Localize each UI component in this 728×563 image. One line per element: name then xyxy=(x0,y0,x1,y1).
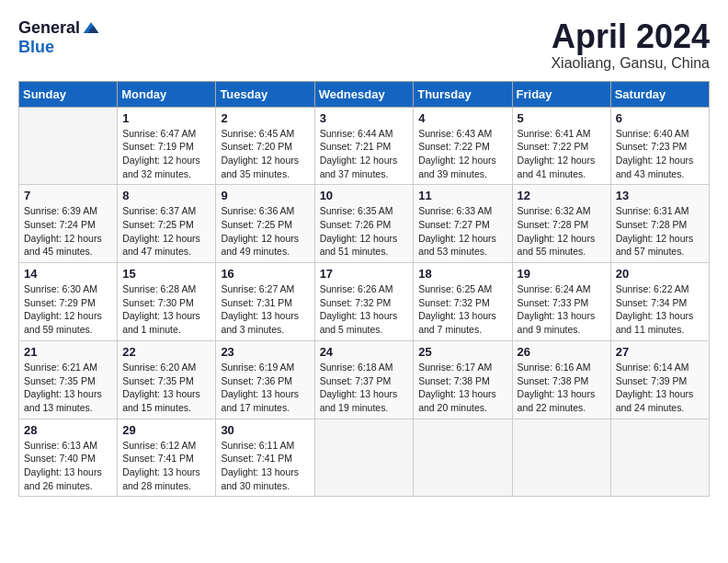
day-number: 2 xyxy=(221,111,309,125)
calendar-cell: 11 Sunrise: 6:33 AMSunset: 7:27 PMDaylig… xyxy=(414,185,512,263)
day-info: Sunrise: 6:25 AMSunset: 7:32 PMDaylight:… xyxy=(418,283,496,335)
day-info: Sunrise: 6:19 AMSunset: 7:36 PMDaylight:… xyxy=(221,362,299,413)
day-info: Sunrise: 6:28 AMSunset: 7:30 PMDaylight:… xyxy=(122,283,200,335)
day-number: 22 xyxy=(122,345,210,359)
calendar-cell: 28 Sunrise: 6:13 AMSunset: 7:40 PMDaylig… xyxy=(19,419,118,497)
day-info: Sunrise: 6:32 AMSunset: 7:28 PMDaylight:… xyxy=(518,205,596,257)
calendar-cell xyxy=(314,419,414,497)
day-number: 24 xyxy=(320,345,409,359)
day-number: 21 xyxy=(24,345,112,359)
week-row-3: 21 Sunrise: 6:21 AMSunset: 7:35 PMDaylig… xyxy=(19,340,710,419)
day-info: Sunrise: 6:12 AMSunset: 7:41 PMDaylight:… xyxy=(122,440,200,491)
week-row-4: 28 Sunrise: 6:13 AMSunset: 7:40 PMDaylig… xyxy=(19,419,710,497)
calendar-cell: 1 Sunrise: 6:47 AMSunset: 7:19 PMDayligh… xyxy=(118,107,216,185)
day-info: Sunrise: 6:44 AMSunset: 7:21 PMDaylight:… xyxy=(320,128,398,179)
day-info: Sunrise: 6:40 AMSunset: 7:23 PMDaylight:… xyxy=(616,128,694,179)
header-wednesday: Wednesday xyxy=(314,81,414,107)
day-number: 6 xyxy=(616,111,704,125)
day-info: Sunrise: 6:39 AMSunset: 7:24 PMDaylight:… xyxy=(24,205,102,257)
calendar-cell: 23 Sunrise: 6:19 AMSunset: 7:36 PMDaylig… xyxy=(216,340,314,419)
day-number: 5 xyxy=(518,111,606,125)
day-info: Sunrise: 6:47 AMSunset: 7:19 PMDaylight:… xyxy=(122,128,200,179)
calendar-cell: 29 Sunrise: 6:12 AMSunset: 7:41 PMDaylig… xyxy=(118,419,216,497)
day-number: 7 xyxy=(24,189,112,202)
day-info: Sunrise: 6:17 AMSunset: 7:38 PMDaylight:… xyxy=(418,362,496,413)
day-number: 18 xyxy=(418,267,506,281)
calendar-cell: 13 Sunrise: 6:31 AMSunset: 7:28 PMDaylig… xyxy=(610,185,709,263)
logo-general-text: General xyxy=(18,18,80,38)
day-number: 23 xyxy=(221,345,309,359)
calendar-cell xyxy=(414,419,512,497)
day-number: 13 xyxy=(616,189,704,202)
calendar-cell: 6 Sunrise: 6:40 AMSunset: 7:23 PMDayligh… xyxy=(610,107,709,185)
logo: General Blue xyxy=(18,18,100,57)
header-thursday: Thursday xyxy=(414,81,512,107)
day-number: 20 xyxy=(616,267,704,281)
calendar-cell: 21 Sunrise: 6:21 AMSunset: 7:35 PMDaylig… xyxy=(19,340,118,419)
calendar-cell: 24 Sunrise: 6:18 AMSunset: 7:37 PMDaylig… xyxy=(314,340,414,419)
calendar-cell: 17 Sunrise: 6:26 AMSunset: 7:32 PMDaylig… xyxy=(314,263,414,341)
title-area: April 2024 Xiaoliang, Gansu, China xyxy=(551,18,710,72)
calendar-cell: 3 Sunrise: 6:44 AMSunset: 7:21 PMDayligh… xyxy=(314,107,414,185)
header-tuesday: Tuesday xyxy=(216,81,314,107)
day-info: Sunrise: 6:43 AMSunset: 7:22 PMDaylight:… xyxy=(418,128,496,179)
day-info: Sunrise: 6:20 AMSunset: 7:35 PMDaylight:… xyxy=(122,362,200,413)
calendar-cell: 27 Sunrise: 6:14 AMSunset: 7:39 PMDaylig… xyxy=(610,340,709,419)
calendar-cell: 2 Sunrise: 6:45 AMSunset: 7:20 PMDayligh… xyxy=(216,107,314,185)
week-row-1: 7 Sunrise: 6:39 AMSunset: 7:24 PMDayligh… xyxy=(19,185,710,263)
day-number: 9 xyxy=(221,189,309,202)
day-info: Sunrise: 6:26 AMSunset: 7:32 PMDaylight:… xyxy=(320,283,398,335)
calendar-cell: 30 Sunrise: 6:11 AMSunset: 7:41 PMDaylig… xyxy=(216,419,314,497)
day-number: 17 xyxy=(320,267,409,281)
calendar-cell: 16 Sunrise: 6:27 AMSunset: 7:31 PMDaylig… xyxy=(216,263,314,341)
week-row-0: 1 Sunrise: 6:47 AMSunset: 7:19 PMDayligh… xyxy=(19,107,710,185)
day-info: Sunrise: 6:21 AMSunset: 7:35 PMDaylight:… xyxy=(24,362,102,413)
calendar-cell: 8 Sunrise: 6:37 AMSunset: 7:25 PMDayligh… xyxy=(118,185,216,263)
calendar-cell: 22 Sunrise: 6:20 AMSunset: 7:35 PMDaylig… xyxy=(118,340,216,419)
day-info: Sunrise: 6:37 AMSunset: 7:25 PMDaylight:… xyxy=(122,205,200,257)
day-number: 15 xyxy=(122,267,210,281)
day-info: Sunrise: 6:30 AMSunset: 7:29 PMDaylight:… xyxy=(24,283,102,335)
location-title: Xiaoliang, Gansu, China xyxy=(551,55,710,72)
calendar-cell: 20 Sunrise: 6:22 AMSunset: 7:34 PMDaylig… xyxy=(610,263,709,341)
day-info: Sunrise: 6:13 AMSunset: 7:40 PMDaylight:… xyxy=(24,440,102,491)
calendar-table: SundayMondayTuesdayWednesdayThursdayFrid… xyxy=(18,81,710,498)
day-number: 26 xyxy=(518,345,606,359)
day-info: Sunrise: 6:31 AMSunset: 7:28 PMDaylight:… xyxy=(616,205,694,257)
calendar-cell: 15 Sunrise: 6:28 AMSunset: 7:30 PMDaylig… xyxy=(118,263,216,341)
calendar-header-row: SundayMondayTuesdayWednesdayThursdayFrid… xyxy=(19,81,710,107)
calendar-cell: 19 Sunrise: 6:24 AMSunset: 7:33 PMDaylig… xyxy=(512,263,610,341)
day-info: Sunrise: 6:45 AMSunset: 7:20 PMDaylight:… xyxy=(221,128,299,179)
calendar-cell xyxy=(512,419,610,497)
header-monday: Monday xyxy=(118,81,216,107)
day-number: 10 xyxy=(320,189,409,202)
calendar-cell xyxy=(610,419,709,497)
header-friday: Friday xyxy=(512,81,610,107)
logo-blue-text: Blue xyxy=(18,38,54,56)
calendar-cell: 7 Sunrise: 6:39 AMSunset: 7:24 PMDayligh… xyxy=(19,185,118,263)
day-info: Sunrise: 6:27 AMSunset: 7:31 PMDaylight:… xyxy=(221,283,299,335)
calendar-cell: 14 Sunrise: 6:30 AMSunset: 7:29 PMDaylig… xyxy=(19,263,118,341)
day-number: 1 xyxy=(122,111,210,125)
calendar-cell: 25 Sunrise: 6:17 AMSunset: 7:38 PMDaylig… xyxy=(414,340,512,419)
calendar-cell: 12 Sunrise: 6:32 AMSunset: 7:28 PMDaylig… xyxy=(512,185,610,263)
day-number: 27 xyxy=(616,345,704,359)
calendar-cell: 9 Sunrise: 6:36 AMSunset: 7:25 PMDayligh… xyxy=(216,185,314,263)
day-info: Sunrise: 6:36 AMSunset: 7:25 PMDaylight:… xyxy=(221,205,299,257)
calendar-cell: 4 Sunrise: 6:43 AMSunset: 7:22 PMDayligh… xyxy=(414,107,512,185)
calendar-cell: 5 Sunrise: 6:41 AMSunset: 7:22 PMDayligh… xyxy=(512,107,610,185)
header: General Blue April 2024 Xiaoliang, Gansu… xyxy=(18,18,710,72)
week-row-2: 14 Sunrise: 6:30 AMSunset: 7:29 PMDaylig… xyxy=(19,263,710,341)
day-info: Sunrise: 6:41 AMSunset: 7:22 PMDaylight:… xyxy=(518,128,596,179)
calendar-cell: 10 Sunrise: 6:35 AMSunset: 7:26 PMDaylig… xyxy=(314,185,414,263)
day-number: 30 xyxy=(221,423,309,437)
calendar-cell: 26 Sunrise: 6:16 AMSunset: 7:38 PMDaylig… xyxy=(512,340,610,419)
day-info: Sunrise: 6:14 AMSunset: 7:39 PMDaylight:… xyxy=(616,362,694,413)
header-saturday: Saturday xyxy=(610,81,709,107)
day-number: 16 xyxy=(221,267,309,281)
logo-icon xyxy=(82,19,100,38)
day-number: 14 xyxy=(24,267,112,281)
month-title: April 2024 xyxy=(551,18,710,55)
header-sunday: Sunday xyxy=(19,81,118,107)
day-number: 29 xyxy=(122,423,210,437)
